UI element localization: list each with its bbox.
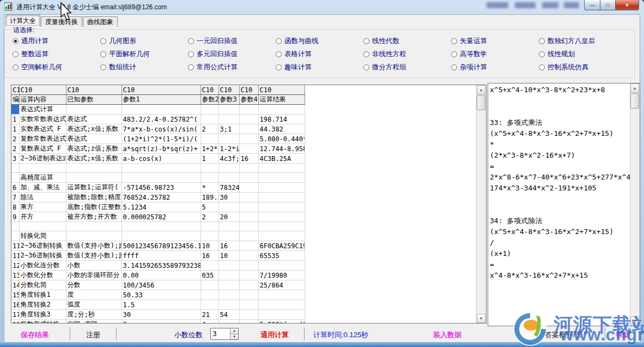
grid-cell[interactable] xyxy=(218,231,239,241)
grid-cell[interactable]: 12 xyxy=(11,261,19,271)
grid-cell[interactable]: 189.3 xyxy=(201,193,218,202)
grid-cell[interactable] xyxy=(239,310,258,320)
scroll-up-icon[interactable]: ▲ xyxy=(630,83,639,93)
grid-cell[interactable]: 1 xyxy=(11,124,19,134)
grid-cell[interactable]: 被开方数;开方数 xyxy=(66,212,121,222)
grid-cell[interactable]: 小数的非循环部分 xyxy=(66,271,121,280)
grid-cell[interactable] xyxy=(66,164,121,173)
radio-option[interactable]: 常用公式计算 xyxy=(188,63,276,72)
grid-cell[interactable]: 5.080-0.440*i xyxy=(258,134,305,144)
grid-cell[interactable]: 44.382 xyxy=(258,124,305,134)
grid-cell[interactable] xyxy=(239,193,258,202)
grid-cell[interactable]: 表达式;x值;系数 xyxy=(66,154,121,164)
grid-cell[interactable]: 表达式计算 xyxy=(19,105,66,115)
grid-cell[interactable]: 弧度 xyxy=(66,300,121,310)
grid-cell[interactable]: ffff xyxy=(121,251,201,261)
grid-cell[interactable]: 表达式 xyxy=(66,134,121,144)
grid-cell[interactable] xyxy=(239,320,258,324)
grid-cell[interactable]: 开方 xyxy=(19,212,66,222)
grid-header-cell[interactable]: 参数4 xyxy=(239,95,258,105)
grid-cell[interactable] xyxy=(11,231,19,241)
grid-header-cell[interactable]: C1 xyxy=(11,85,19,95)
scrollbar-thumb[interactable] xyxy=(477,95,485,110)
load-data-button[interactable]: 装入数据 xyxy=(433,330,461,340)
grid-cell[interactable] xyxy=(201,231,218,241)
grid-cell[interactable] xyxy=(218,134,239,144)
radio-option[interactable]: 多元回归插值 xyxy=(188,50,276,59)
grid-cell[interactable] xyxy=(218,202,239,212)
grid-vertical-scrollbar[interactable]: ▲ ▼ xyxy=(476,85,486,323)
grid-cell[interactable] xyxy=(258,173,305,183)
grid-cell[interactable]: 3;1 xyxy=(218,124,239,134)
grid-cell[interactable]: 500123456789123456.12 xyxy=(121,241,201,251)
spinner-up-icon[interactable]: ▲ xyxy=(230,328,238,334)
grid-cell[interactable] xyxy=(239,173,258,183)
grid-cell[interactable]: 25/864 xyxy=(258,280,305,290)
grid-cell[interactable]: 5 xyxy=(201,202,218,212)
grid-cell[interactable] xyxy=(121,222,201,231)
grid-cell[interactable] xyxy=(218,115,239,124)
grid-header-cell[interactable]: C10 xyxy=(218,85,239,95)
grid-cell[interactable] xyxy=(258,164,305,173)
maximize-button[interactable]: □ xyxy=(600,0,616,10)
grid-cell[interactable]: 65535 xyxy=(258,251,305,261)
grid-cell[interactable]: 6F0CBA259C1915 xyxy=(258,241,305,251)
radio-option[interactable]: 高等数学 xyxy=(451,50,539,59)
grid-cell[interactable] xyxy=(239,251,258,261)
grid-cell[interactable]: 12.744-8.958*i xyxy=(258,144,305,154)
grid-cell[interactable]: 实部;虚部 xyxy=(66,320,121,324)
grid-cell[interactable] xyxy=(218,280,239,290)
grid-cell[interactable]: 1-2*i xyxy=(218,144,239,154)
grid-cell[interactable]: 角度转换1 xyxy=(19,290,66,300)
help-button[interactable]: 帮助 xyxy=(616,330,630,340)
grid-header-cell[interactable]: 运算内容 xyxy=(19,95,66,105)
radio-option[interactable]: 趣味计算 xyxy=(276,63,363,72)
tab-item[interactable]: 曲线图象 xyxy=(83,16,118,27)
grid-cell[interactable]: 实数表达式 F xyxy=(19,124,66,134)
grid-cell[interactable]: a*sqrt(z)-b*sqr(z)+ xyxy=(121,144,201,154)
radio-option[interactable]: 整数运算 xyxy=(13,50,100,59)
grid-cell[interactable] xyxy=(66,222,121,231)
grid-cell[interactable] xyxy=(121,231,201,241)
grid-cell[interactable]: a-b-cos(x) xyxy=(121,154,201,164)
grid-cell[interactable]: 分数 xyxy=(66,280,121,290)
grid-cell[interactable] xyxy=(201,164,218,173)
grid-cell[interactable] xyxy=(239,280,258,290)
grid-cell[interactable] xyxy=(258,212,305,222)
grid-cell[interactable] xyxy=(201,105,218,115)
radio-option[interactable]: 空间解析几何 xyxy=(13,63,100,72)
grid-cell[interactable] xyxy=(218,300,239,310)
grid-cell[interactable] xyxy=(258,300,305,310)
radio-option[interactable]: 几何图形 xyxy=(100,37,188,46)
grid-cell[interactable]: 角度转换3 xyxy=(19,310,66,320)
grid-header-cell[interactable]: C10 xyxy=(66,85,121,95)
grid-cell[interactable]: * xyxy=(201,183,218,193)
grid-cell[interactable] xyxy=(239,300,258,310)
grid-cell[interactable]: 2 xyxy=(201,212,218,222)
grid-cell[interactable] xyxy=(201,290,218,300)
grid-cell[interactable]: 11 xyxy=(11,251,19,261)
minimize-button[interactable]: — xyxy=(584,0,600,10)
grid-cell[interactable]: 角度转换2 xyxy=(19,300,66,310)
grid-cell[interactable] xyxy=(258,202,305,212)
grid-cell[interactable] xyxy=(218,261,239,271)
grid-cell[interactable]: 分数化简 xyxy=(19,280,66,290)
grid-cell[interactable] xyxy=(218,105,239,115)
titlebar[interactable]: 通用计算大全 V3.8 金少士编 email:slj689@126.com — … xyxy=(0,0,644,14)
grid-cell[interactable] xyxy=(201,134,218,144)
grid-cell[interactable]: 7/19980 xyxy=(258,271,305,280)
grid-cell[interactable]: 度;分;秒 xyxy=(66,310,121,320)
radio-option[interactable]: 杂项计算 xyxy=(451,63,539,72)
output-text[interactable]: x^5+x^4-10*x^3-8*x^2+23*x+8 33: 多项式乘法 (x… xyxy=(490,85,630,326)
grid-cell[interactable]: 20 xyxy=(218,212,239,222)
grid-cell[interactable]: 实数常数表达式 xyxy=(19,115,66,124)
grid-header-cell[interactable]: C10 xyxy=(19,85,66,95)
grid-cell[interactable] xyxy=(258,222,305,231)
grid-cell[interactable]: 16 xyxy=(239,154,258,164)
grid-cell[interactable]: 运算数1;运算符( xyxy=(66,183,121,193)
grid-cell[interactable]: 1 xyxy=(201,154,218,164)
grid-cell[interactable] xyxy=(239,164,258,173)
grid-cell[interactable] xyxy=(11,222,19,231)
panel-vertical-scrollbar[interactable]: ▲ ▼ xyxy=(630,83,640,326)
grid-cell[interactable]: 度 xyxy=(66,290,121,300)
